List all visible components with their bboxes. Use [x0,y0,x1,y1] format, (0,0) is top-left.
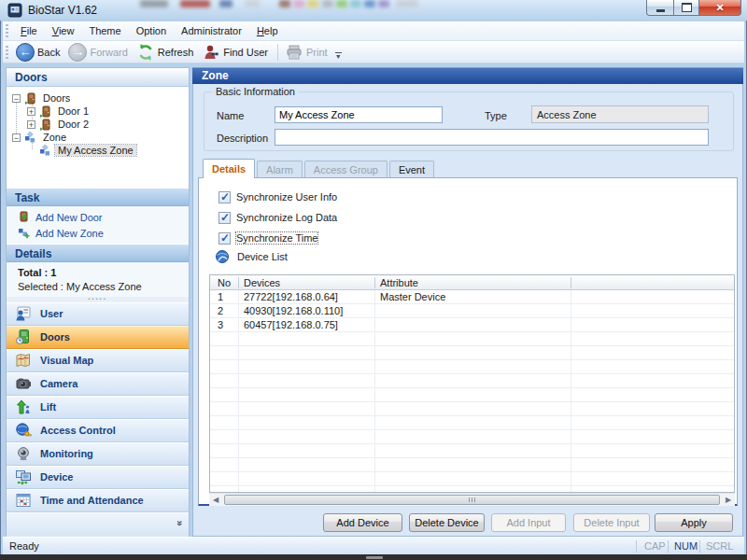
close-icon: ✕ [715,2,724,14]
details-tab-page: Synchronize User Info Synchronize Log Da… [198,177,738,506]
nav-overflow-chevron[interactable]: » [174,520,184,525]
back-label: Back [37,47,60,58]
tree-item-door-1[interactable]: Door 1 [27,105,92,118]
window-title: BioStar V1.62 [28,4,97,17]
expand-toggle-icon[interactable] [12,133,21,142]
scrollbar-thumb[interactable] [224,495,720,505]
refresh-button[interactable]: Refresh [134,41,200,63]
column-header-no[interactable]: No [218,275,231,290]
add-door-icon [18,211,30,223]
menu-item-option[interactable]: Option [129,22,174,39]
cell-device: 27722[192.168.0.64] [244,290,373,304]
sidebar-item-device[interactable]: Device [7,466,189,489]
forward-button[interactable]: → Forward [65,41,133,63]
basic-information-legend: Basic Information [212,86,299,97]
print-button[interactable]: Print [282,41,333,63]
add-new-zone-link[interactable]: Add New Zone [18,227,104,239]
expand-toggle-icon[interactable] [27,120,35,129]
device-table[interactable]: No Devices Attribute 1 27722[192.168.0.6… [209,274,735,493]
tree-item-label: Door 2 [55,119,92,130]
sidebar-item-camera[interactable]: Camera [7,372,189,396]
description-input[interactable] [275,129,709,146]
expand-toggle-icon[interactable] [27,107,35,116]
sidebar-item-label: Visual Map [40,355,93,366]
sidebar-item-user[interactable]: User [7,302,189,326]
delete-input-button[interactable]: Delete Input [573,513,650,532]
menu-item-administrator[interactable]: Administrator [174,22,249,39]
back-icon: ← [16,43,35,62]
forward-label: Forward [90,47,127,58]
sidebar-item-access-control[interactable]: Access Control [7,419,189,442]
toolbar-separator [277,44,278,61]
add-input-button[interactable]: Add Input [491,513,566,532]
tab-strip: Details Alarm Access Group Event [203,161,436,178]
task-body: Add New Door Add New Zone [7,206,189,244]
apply-button[interactable]: Apply [655,513,733,532]
column-header-attribute[interactable]: Attribute [380,275,418,290]
table-row[interactable]: 3 60457[192.168.0.75] [210,318,734,332]
sidebar-item-doors[interactable]: Doors [7,326,189,349]
menu-item-file[interactable]: File [13,22,45,39]
sidebar-item-monitoring[interactable]: Monitoring [7,442,189,466]
status-num: NUM [674,540,698,552]
tab-details[interactable]: Details [203,159,255,178]
tree-item-zone[interactable]: Zone [12,131,69,144]
sidebar-item-time-and-attendance[interactable]: Time and Attendance [7,489,189,512]
add-new-door-link[interactable]: Add New Door [18,211,103,223]
delete-device-button[interactable]: Delete Device [409,513,485,532]
sidebar-item-visual-map[interactable]: Visual Map [7,349,189,372]
table-row[interactable]: 2 40930[192.168.0.110] [210,304,734,318]
expand-toggle-icon[interactable] [12,94,21,103]
left-panel: Doors Doors Door 1 Door 2 [6,67,190,537]
scroll-left-arrow-icon[interactable]: ◀ [209,494,222,506]
checkbox-synchronize-user-info[interactable]: Synchronize User Info [218,190,337,203]
table-row[interactable]: 1 27722[192.168.0.64] Master Device [210,290,734,304]
type-label: Type [485,110,507,121]
back-button[interactable]: ← Back [13,41,65,63]
name-input[interactable] [275,106,443,123]
details-body: Total : 1 Selected : My Access Zone [7,262,189,297]
titlebar[interactable]: BioStar V1.62 ✕ [0,0,747,21]
checkbox-icon[interactable] [218,212,231,224]
monitoring-icon [15,445,32,462]
tab-access-group[interactable]: Access Group [304,161,388,178]
tree-item-my-access-zone[interactable]: My Access Zone [27,144,136,157]
column-separator[interactable] [571,277,571,288]
tree-item-door-2[interactable]: Door 2 [27,118,92,131]
toolbar-overflow-chevron[interactable]: ▼ [335,52,342,59]
device-list-icon [215,249,230,264]
checkbox-synchronize-log-data[interactable]: Synchronize Log Data [218,211,337,224]
minimize-button[interactable] [646,0,673,16]
close-button[interactable]: ✕ [698,0,741,16]
tab-alarm[interactable]: Alarm [257,161,303,178]
sidebar-item-lift[interactable]: Lift [7,396,189,419]
horizontal-scrollbar[interactable]: ◀ ▶ [209,493,735,506]
toolbar-grip[interactable] [6,46,8,59]
tree-item-doors[interactable]: Doors [12,91,73,105]
tree-item-label: My Access Zone [55,145,136,156]
refresh-icon [136,43,155,62]
scroll-right-arrow-icon[interactable]: ▶ [722,494,735,506]
door-icon [39,105,51,118]
checkbox-icon[interactable] [218,232,231,245]
add-new-zone-label: Add New Zone [35,228,104,239]
add-device-button[interactable]: Add Device [323,513,402,532]
status-cap: CAP [644,540,666,552]
toolbar: ← Back → Forward Refresh [3,41,744,63]
menu-item-help[interactable]: Help [249,22,286,39]
column-separator[interactable] [238,277,239,288]
checkbox-icon[interactable] [218,191,231,203]
checkbox-label: Synchronize User Info [236,191,337,203]
checkbox-synchronize-time[interactable]: Synchronize Time [218,231,317,245]
menu-item-view[interactable]: View [45,22,82,39]
maximize-button[interactable] [673,0,698,16]
cell-device: 40930[192.168.0.110] [244,304,373,318]
type-value-field: Access Zone [531,105,709,123]
column-separator[interactable] [374,277,375,288]
device-table-body: 1 27722[192.168.0.64] Master Device 2 40… [210,290,734,492]
menubar-grip[interactable] [6,24,8,37]
tab-event[interactable]: Event [389,161,434,178]
column-header-devices[interactable]: Devices [244,275,280,290]
find-user-button[interactable]: Find User [199,41,274,63]
menu-item-theme[interactable]: Theme [81,22,128,39]
